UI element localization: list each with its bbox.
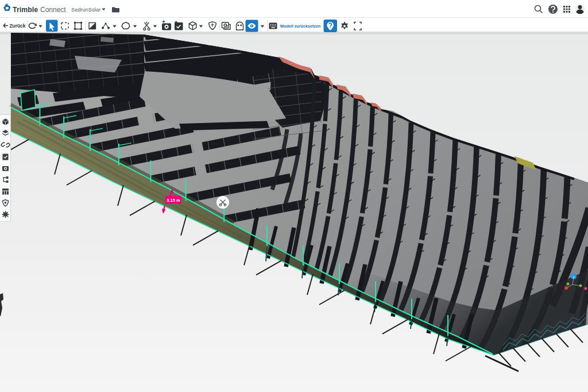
svg-text:Trimble: Trimble bbox=[13, 6, 38, 14]
svg-text:Connect: Connect bbox=[40, 6, 66, 14]
svg-text:Zurück: Zurück bbox=[10, 23, 26, 29]
svg-text:3.15 m: 3.15 m bbox=[167, 198, 180, 203]
svg-text:SedrunSolar: SedrunSolar bbox=[71, 7, 100, 13]
svg-text:z: z bbox=[573, 275, 575, 279]
svg-text:Modell zurücksetzen: Modell zurücksetzen bbox=[280, 24, 320, 29]
